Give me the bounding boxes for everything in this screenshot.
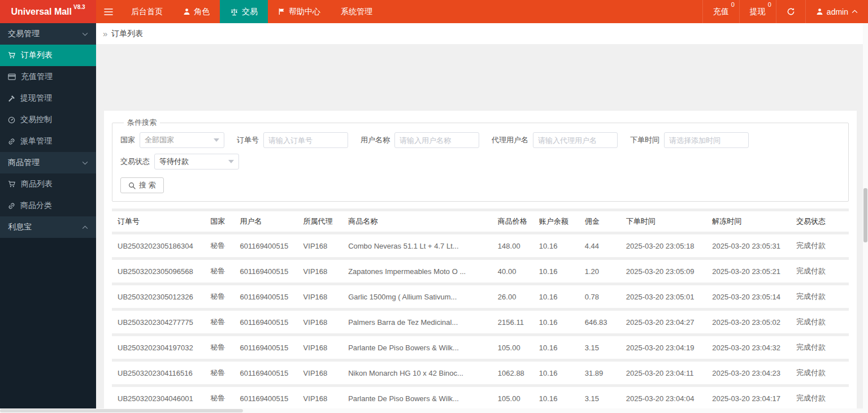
cell-order-time: 2025-03-20 23:04:27 <box>620 311 707 333</box>
column-header: 解冻时间 <box>706 211 791 232</box>
horizontal-scrollbar[interactable] <box>0 408 868 413</box>
brand-logo[interactable]: Universal Mall V8.3 <box>0 0 96 23</box>
group-label: 交易管理 <box>8 29 82 39</box>
cell-order-no: UB2503202304277775 <box>112 311 205 333</box>
vertical-scrollbar[interactable] <box>863 23 868 408</box>
cell-price: 105.00 <box>492 387 533 408</box>
sidebar-item-product-category[interactable]: 商品分类 <box>0 195 96 216</box>
column-header: 交易状态 <box>791 211 849 232</box>
cell-agent: VIP168 <box>298 311 343 333</box>
select-value: 等待付款 <box>159 156 189 167</box>
search-button[interactable]: 搜 索 <box>120 177 164 193</box>
sidebar-group-trade[interactable]: 交易管理 <box>0 23 96 45</box>
cell-commission: 0.78 <box>579 285 620 308</box>
column-header: 下单时间 <box>620 211 707 232</box>
cell-country: 秘鲁 <box>205 336 234 359</box>
cell-username: 601169400515 <box>234 234 297 257</box>
cell-product: Zapatones Impermeables Moto O ... <box>342 260 492 282</box>
cell-order-no: UB2503202304197032 <box>112 336 205 359</box>
group-label: 利息宝 <box>8 222 82 232</box>
order-time-input[interactable] <box>664 132 749 148</box>
sidebar-toggle-button[interactable] <box>96 0 121 23</box>
cell-order-no: UB2503202304116516 <box>112 362 205 384</box>
trade-status-select[interactable]: 等待付款 <box>154 154 239 169</box>
sidebar-item-withdraw[interactable]: 提现管理 <box>0 88 96 109</box>
cell-unfreeze-time: 2025-03-20 23:05:14 <box>706 285 791 308</box>
table-row: UB2503202305186304秘鲁601169400515VIP168Co… <box>112 234 849 257</box>
app-root: Universal Mall V8.3 后台首页 角色 交易 帮助中心 <box>0 0 868 413</box>
refresh-button[interactable] <box>776 0 805 23</box>
cell-balance: 10.16 <box>533 387 579 408</box>
order-no-input[interactable] <box>263 132 348 148</box>
cell-product: Garlic 1500mg ( Allium Sativum... <box>342 285 492 308</box>
cell-username: 601169400515 <box>234 387 297 408</box>
nav-item-trade[interactable]: 交易 <box>220 0 268 23</box>
nav-item-help[interactable]: 帮助中心 <box>268 0 331 23</box>
main-layout: 交易管理 订单列表 充值管理 提现管理 交易控制 派单管理 <box>0 23 868 408</box>
cell-price: 2156.11 <box>492 311 533 333</box>
cell-username: 601169400515 <box>234 285 297 308</box>
sidebar-item-order-list[interactable]: 订单列表 <box>0 45 96 66</box>
cell-unfreeze-time: 2025-03-20 23:05:31 <box>706 234 791 257</box>
agent-input[interactable] <box>533 132 618 148</box>
cell-order-time: 2025-03-20 23:05:01 <box>620 285 707 308</box>
cell-balance: 10.16 <box>533 260 579 282</box>
cell-order-no: UB2503202305096568 <box>112 260 205 282</box>
sidebar-item-product-list[interactable]: 商品列表 <box>0 173 96 195</box>
horizontal-scrollbar-thumb[interactable] <box>0 409 243 412</box>
chevron-up-icon <box>82 225 88 229</box>
cell-order-time: 2025-03-20 23:04:19 <box>620 336 707 359</box>
nav-item-roles[interactable]: 角色 <box>173 0 220 23</box>
breadcrumb-icon: » <box>103 29 107 38</box>
sidebar-item-trade-control[interactable]: 交易控制 <box>0 109 96 131</box>
cell-agent: VIP168 <box>298 336 343 359</box>
main-area: » 订单列表 条件搜索 国家 全部国家 <box>96 23 868 408</box>
sidebar-item-recharge[interactable]: 充值管理 <box>0 66 96 88</box>
filter-label: 下单时间 <box>630 135 659 145</box>
sidebar-group-products[interactable]: 商品管理 <box>0 152 96 173</box>
cell-agent: VIP168 <box>298 387 343 408</box>
withdraw-button[interactable]: 提现 0 <box>739 0 776 23</box>
vertical-scrollbar-thumb[interactable] <box>863 188 867 242</box>
filter-username: 用户名称 <box>361 132 479 148</box>
sidebar-group-interest[interactable]: 利息宝 <box>0 216 96 238</box>
filter-row: 国家 全部国家 订单号 用户名称 <box>120 132 840 169</box>
recharge-button[interactable]: 充值 0 <box>702 0 739 23</box>
nav-item-system[interactable]: 系统管理 <box>331 0 383 23</box>
column-header: 账户余额 <box>533 211 579 232</box>
cell-product: Parlante De Piso Bowers & Wilk... <box>342 387 492 408</box>
cell-country: 秘鲁 <box>205 285 234 308</box>
cell-status: 完成付款 <box>791 234 849 257</box>
withdraw-badge: 0 <box>768 1 771 8</box>
user-menu[interactable]: admin <box>805 0 868 23</box>
cell-country: 秘鲁 <box>205 387 234 408</box>
cell-country: 秘鲁 <box>205 260 234 282</box>
cell-unfreeze-time: 2025-03-20 23:04:32 <box>706 336 791 359</box>
person-icon <box>183 8 190 15</box>
country-select[interactable]: 全部国家 <box>140 132 224 148</box>
column-header: 订单号 <box>112 211 205 232</box>
cell-agent: VIP168 <box>298 362 343 384</box>
cell-order-time: 2025-03-20 23:04:11 <box>620 362 707 384</box>
cell-commission: 4.44 <box>579 234 620 257</box>
cell-balance: 10.16 <box>533 285 579 308</box>
table-row: UB2503202305012326秘鲁601169400515VIP168Ga… <box>112 285 849 308</box>
sidebar: 交易管理 订单列表 充值管理 提现管理 交易控制 派单管理 <box>0 23 96 408</box>
username-input[interactable] <box>394 132 479 148</box>
header-actions: 充值 0 提现 0 admin <box>702 0 868 23</box>
cell-product: Nikon Monarch HG 10 x 42 Binoc... <box>342 362 492 384</box>
nav-item-dashboard[interactable]: 后台首页 <box>121 0 173 23</box>
cell-price: 26.00 <box>492 285 533 308</box>
cell-country: 秘鲁 <box>205 362 234 384</box>
column-header: 所属代理 <box>298 211 343 232</box>
cell-price: 1062.88 <box>492 362 533 384</box>
cell-order-time: 2025-03-20 23:05:09 <box>620 260 707 282</box>
order-table-body: UB2503202305186304秘鲁601169400515VIP168Co… <box>112 234 849 408</box>
cell-username: 601169400515 <box>234 336 297 359</box>
refresh-icon <box>787 7 795 16</box>
cell-balance: 10.16 <box>533 311 579 333</box>
cell-status: 完成付款 <box>791 285 849 308</box>
table-row: UB2503202304277775秘鲁601169400515VIP168Pa… <box>112 311 849 333</box>
table-row: UB2503202304046001秘鲁601169400515VIP168Pa… <box>112 387 849 408</box>
sidebar-item-dispatch[interactable]: 派单管理 <box>0 131 96 152</box>
